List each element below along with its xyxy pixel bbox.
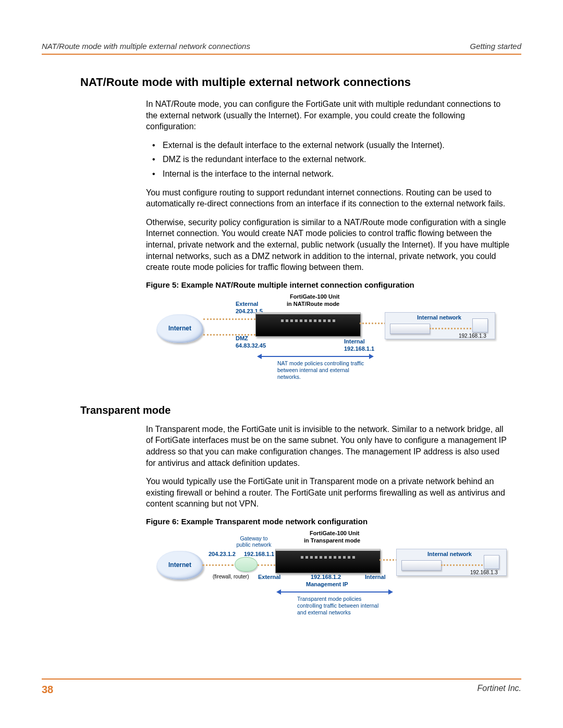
switch-icon bbox=[390, 324, 430, 334]
switch-icon bbox=[401, 560, 442, 571]
running-header: NAT/Route mode with multiple external ne… bbox=[42, 42, 521, 54]
heading-transparent: Transparent mode bbox=[80, 404, 521, 416]
page: NAT/Route mode with multiple external ne… bbox=[0, 0, 563, 728]
dmz-label: DMZ bbox=[236, 335, 248, 341]
internet-label: Internet bbox=[168, 325, 191, 332]
page-number: 38 bbox=[42, 684, 53, 696]
running-footer: 38 Fortinet Inc. bbox=[42, 678, 521, 696]
body-section-1: In NAT/Route mode, you can configure the… bbox=[146, 98, 511, 273]
link-host bbox=[441, 564, 483, 566]
device-mode: in NAT/Route mode bbox=[287, 301, 339, 307]
link-external bbox=[203, 318, 255, 320]
link-ext bbox=[202, 564, 234, 566]
gateway-label: Gateway to public network bbox=[236, 535, 272, 548]
mgmt-ip: 192.168.1.2 bbox=[311, 574, 341, 580]
internal-net-label: Internal network bbox=[427, 551, 472, 557]
policy-note: NAT mode policies controlling traffic be… bbox=[277, 360, 369, 380]
body-section-2: In Transparent mode, the FortiGate unit … bbox=[146, 424, 511, 510]
link-host bbox=[430, 328, 471, 329]
internet-cloud-icon: Internet bbox=[156, 314, 203, 343]
link-internal bbox=[380, 559, 397, 561]
para: You must configure routing to support re… bbox=[146, 187, 511, 209]
device-title: FortiGate-100 Unit bbox=[310, 530, 359, 536]
bullet-list: External is the default interface to the… bbox=[146, 140, 511, 180]
list-item: Internal is the interface to the interna… bbox=[161, 168, 511, 180]
figure6-caption: Figure 6: Example Transparent mode netwo… bbox=[146, 517, 521, 526]
link-gw bbox=[258, 564, 275, 566]
list-item: External is the default interface to the… bbox=[161, 140, 511, 151]
header-left: NAT/Route mode with multiple external ne… bbox=[42, 42, 250, 51]
para: Otherwise, security policy configuration… bbox=[146, 217, 511, 273]
diagram-transparent: FortiGate-100 Unit in Transparent mode G… bbox=[156, 530, 490, 621]
mgmt-label: Management IP bbox=[306, 581, 348, 587]
header-rule bbox=[42, 54, 521, 55]
host-ip: 192.168.1.3 bbox=[459, 333, 486, 339]
figure5: FortiGate-100 Unit in NAT/Route mode Ext… bbox=[156, 293, 490, 390]
link-internal bbox=[360, 323, 386, 324]
header-right: Getting started bbox=[470, 42, 521, 51]
fortigate-device-icon bbox=[255, 312, 361, 337]
company-name: Fortinet Inc. bbox=[478, 684, 521, 696]
internal-ip: 192.168.1.1 bbox=[344, 346, 374, 352]
host-ip: 192.168.1.3 bbox=[470, 570, 498, 575]
policy-note: Transparent mode policies controlling tr… bbox=[297, 596, 386, 616]
list-item: DMZ is the redundant interface to the ex… bbox=[161, 154, 511, 165]
internal-label: Internal bbox=[365, 574, 386, 580]
policy-arrow bbox=[258, 356, 373, 357]
diagram-nat-route: FortiGate-100 Unit in NAT/Route mode Ext… bbox=[156, 293, 490, 390]
external-label: External bbox=[258, 574, 280, 580]
footer-rule bbox=[42, 678, 521, 680]
ext-ip: 204.23.1.2 bbox=[209, 551, 236, 557]
para: You would typically use the FortiGate un… bbox=[146, 476, 511, 510]
para: In NAT/Route mode, you can configure the… bbox=[146, 98, 511, 132]
internal-net-label: Internal network bbox=[417, 314, 461, 320]
gw-ip: 192.168.1.1 bbox=[244, 551, 274, 557]
internal-label: Internal bbox=[344, 338, 365, 344]
device-mode: in Transparent mode bbox=[304, 537, 360, 544]
para: In Transparent mode, the FortiGate unit … bbox=[146, 424, 511, 468]
external-label: External bbox=[236, 301, 258, 307]
internet-label: Internet bbox=[168, 561, 191, 569]
router-icon bbox=[235, 557, 258, 572]
fw-router-label: (firewall, router) bbox=[213, 574, 249, 579]
device-title: FortiGate-100 Unit bbox=[290, 293, 339, 300]
heading-nat-route: NAT/Route mode with multiple external ne… bbox=[80, 76, 521, 89]
policy-arrow bbox=[277, 591, 392, 593]
monitor-icon bbox=[484, 555, 499, 569]
figure6: FortiGate-100 Unit in Transparent mode G… bbox=[156, 530, 490, 621]
figure5-caption: Figure 5: Example NAT/Route multiple int… bbox=[146, 280, 521, 289]
fortigate-device-icon bbox=[275, 549, 381, 573]
internet-cloud-icon: Internet bbox=[156, 551, 203, 579]
monitor-icon bbox=[472, 318, 488, 332]
dmz-ip: 64.83.32.45 bbox=[236, 342, 266, 349]
